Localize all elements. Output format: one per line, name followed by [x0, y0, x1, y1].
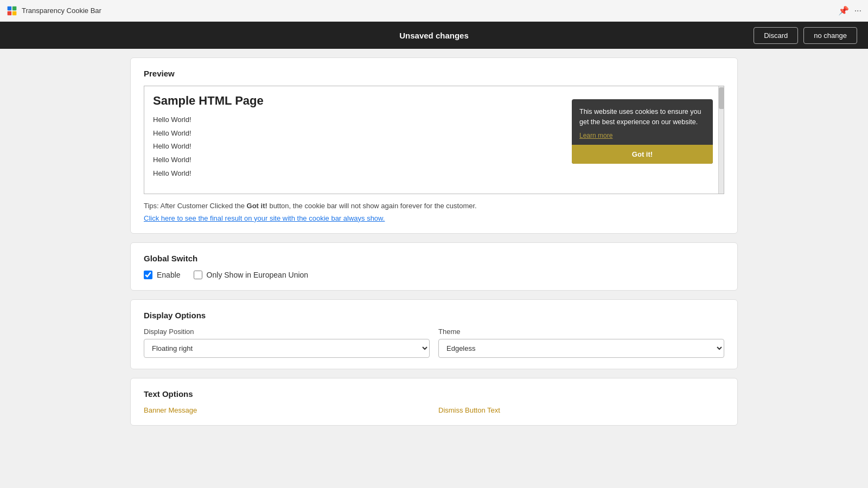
scrollbar-thumb — [719, 87, 724, 109]
display-options-card: Display Options Display Position Floatin… — [130, 299, 738, 369]
preview-inner: Sample HTML Page Hello World! Hello Worl… — [144, 86, 724, 194]
dismiss-button-field: Dismiss Button Text — [438, 406, 724, 414]
theme-select[interactable]: Edgeless Classic Modern — [438, 339, 724, 358]
no-change-button[interactable]: no change — [803, 27, 857, 44]
popup-message: This website uses cookies to ensure you … — [579, 107, 705, 127]
discard-button[interactable]: Discard — [754, 27, 798, 44]
unsaved-bar: Unsaved changes Discard no change — [0, 22, 868, 49]
pin-icon[interactable]: 📌 — [838, 5, 849, 16]
svg-rect-1 — [12, 6, 17, 10]
unsaved-message: Unsaved changes — [399, 31, 469, 40]
global-switch-title: Global Switch — [144, 254, 724, 263]
svg-rect-2 — [8, 11, 12, 15]
cookie-popup: This website uses cookies to ensure you … — [572, 99, 713, 164]
text-options-title: Text Options — [144, 389, 724, 399]
popup-text-area: This website uses cookies to ensure you … — [572, 99, 713, 145]
banner-message-label: Banner Message — [144, 406, 430, 414]
position-field: Display Position Floating right Floating… — [144, 328, 430, 358]
more-icon[interactable]: ··· — [854, 6, 861, 16]
eu-option: Only Show in European Union — [194, 271, 309, 279]
global-switch-options: Enable Only Show in European Union — [144, 271, 724, 279]
main-content: Preview Sample HTML Page Hello World! He… — [119, 49, 749, 434]
dismiss-button-label: Dismiss Button Text — [438, 406, 724, 414]
eu-label: Only Show in European Union — [207, 271, 309, 279]
popup-got-it-button[interactable]: Got it! — [572, 145, 713, 164]
global-switch-card: Global Switch Enable Only Show in Europe… — [130, 242, 738, 291]
app-icon — [7, 5, 17, 16]
preview-title: Preview — [144, 69, 724, 78]
title-bar-right: 📌 ··· — [838, 5, 861, 16]
preview-frame: Sample HTML Page Hello World! Hello Worl… — [144, 86, 724, 194]
unsaved-bar-buttons: Discard no change — [754, 27, 857, 44]
tips-link[interactable]: Click here to see the final result on yo… — [144, 214, 724, 222]
position-label: Display Position — [144, 328, 430, 336]
title-bar-left: Transparency Cookie Bar — [7, 5, 101, 16]
enable-label: Enable — [157, 271, 181, 279]
popup-learn-more[interactable]: Learn more — [579, 132, 612, 139]
enable-checkbox[interactable] — [144, 271, 152, 279]
display-options-grid: Display Position Floating right Floating… — [144, 328, 724, 358]
display-options-title: Display Options — [144, 311, 724, 320]
tips-text: Tips: After Customer Clicked the Got it!… — [144, 201, 724, 212]
enable-option: Enable — [144, 271, 181, 279]
text-options-card: Text Options Banner Message Dismiss Butt… — [130, 378, 738, 426]
svg-rect-0 — [8, 6, 12, 10]
title-bar: Transparency Cookie Bar 📌 ··· — [0, 0, 868, 22]
preview-card: Preview Sample HTML Page Hello World! He… — [130, 57, 738, 234]
preview-scrollbar[interactable] — [718, 86, 724, 194]
text-options-grid: Banner Message Dismiss Button Text — [144, 406, 724, 414]
banner-message-field: Banner Message — [144, 406, 430, 414]
svg-rect-3 — [12, 11, 17, 15]
app-title: Transparency Cookie Bar — [22, 7, 101, 15]
theme-field: Theme Edgeless Classic Modern — [438, 328, 724, 358]
eu-checkbox[interactable] — [194, 271, 202, 279]
theme-label: Theme — [438, 328, 724, 336]
hello-line-5: Hello World! — [153, 167, 715, 181]
position-select[interactable]: Floating right Floating left Top bar Bot… — [144, 339, 430, 358]
